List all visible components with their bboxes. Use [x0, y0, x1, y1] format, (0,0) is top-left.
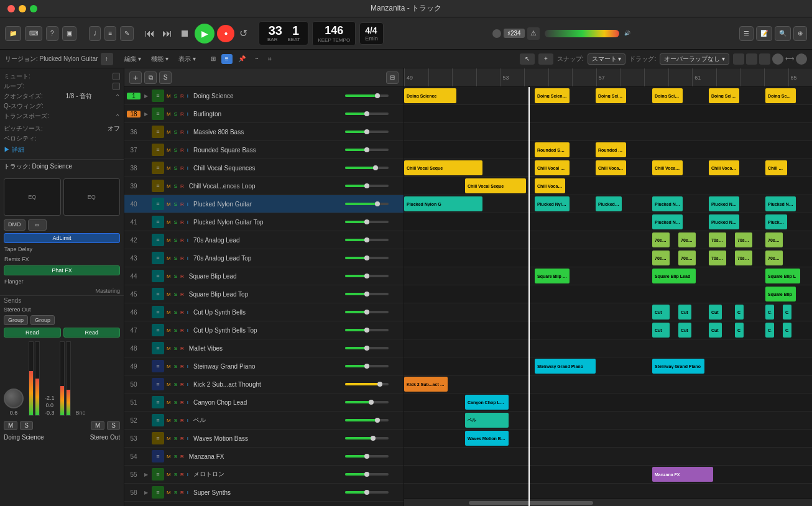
- arrangement-clip[interactable]: Chill Vocal Seque: [535, 178, 565, 193]
- track-r-button[interactable]: R: [179, 489, 185, 496]
- time-signature[interactable]: 4/4 Emin: [359, 22, 384, 45]
- group-btn-right[interactable]: Group: [30, 315, 55, 325]
- arrangement-clip[interactable]: Square Blip L: [765, 269, 800, 283]
- track-s-button[interactable]: S: [173, 255, 178, 262]
- track-expand-btn[interactable]: ▶: [142, 111, 150, 117]
- track-i-button[interactable]: I: [186, 489, 190, 496]
- track-volume-slider[interactable]: [345, 113, 401, 115]
- automation-btn[interactable]: ⌗: [264, 54, 275, 64]
- track-m-button[interactable]: M: [165, 291, 172, 298]
- track-r-button[interactable]: R: [179, 345, 185, 352]
- track-volume-slider[interactable]: [345, 437, 401, 439]
- scroll-thumb[interactable]: [469, 501, 593, 505]
- track-row[interactable]: 53≡MSRIWaves Motion Bass: [124, 430, 404, 448]
- track-s-button[interactable]: S: [173, 471, 178, 478]
- track-m-button[interactable]: M: [165, 237, 172, 244]
- track-volume-slider[interactable]: [345, 365, 401, 367]
- zoom-fit-btn[interactable]: [733, 53, 744, 65]
- track-s-button[interactable]: S: [173, 111, 178, 117]
- arrangement-clip[interactable]: Kick 2 Sub...act Thought: [404, 377, 448, 392]
- eq-display-left[interactable]: EQ: [4, 178, 61, 216]
- track-i-button[interactable]: I: [186, 93, 190, 99]
- track-i-button[interactable]: I: [186, 237, 190, 244]
- track-m-button[interactable]: M: [165, 273, 172, 280]
- edit-menu[interactable]: 編集 ▾: [121, 53, 145, 65]
- track-row[interactable]: 44≡MSRSquare Blip Lead: [124, 267, 404, 285]
- rewind-btn[interactable]: ⏮: [142, 27, 157, 40]
- arrangement-clip[interactable]: 70s Ana: [735, 232, 752, 247]
- library-btn[interactable]: 📁: [5, 26, 21, 41]
- arrangement-clip[interactable]: Cut: [652, 305, 670, 320]
- arrangement-clip[interactable]: Cu: [783, 305, 791, 320]
- track-volume-slider[interactable]: [345, 203, 401, 205]
- position-display[interactable]: 33 1 BAR BEAT: [259, 21, 308, 45]
- arrangement-clip[interactable]: 70s Ana: [765, 251, 783, 265]
- track-r-button[interactable]: R: [179, 399, 185, 406]
- track-r-button[interactable]: R: [179, 165, 185, 172]
- zoom-out-btn[interactable]: [759, 53, 770, 65]
- arrangement-clip[interactable]: Doing Science: [535, 88, 570, 103]
- dmd-btn[interactable]: DMD: [4, 219, 25, 231]
- arrangement-clip[interactable]: Chill Vocal Seque: [535, 160, 570, 175]
- track-m-button[interactable]: M: [165, 399, 172, 406]
- remix-fx-label[interactable]: Remix FX: [4, 255, 120, 263]
- arrangement-clip[interactable]: 70s Ana: [652, 232, 670, 247]
- arrangement-clip[interactable]: 70s Ana: [678, 251, 696, 265]
- arrangement-clip[interactable]: Rounded Square: [535, 142, 570, 157]
- arrangement-clip[interactable]: Plucked Nylon Gu: [709, 214, 739, 229]
- s-btn-right[interactable]: S: [107, 421, 120, 430]
- list-view-btn[interactable]: ☰: [739, 26, 754, 41]
- infinity-btn[interactable]: ∞: [28, 219, 47, 231]
- track-m-button[interactable]: M: [165, 417, 172, 424]
- track-r-button[interactable]: R: [179, 183, 185, 190]
- track-volume-slider[interactable]: [345, 167, 401, 169]
- track-i-button[interactable]: I: [186, 381, 190, 388]
- editors-btn[interactable]: ▣: [62, 26, 76, 41]
- track-m-button[interactable]: M: [165, 471, 172, 478]
- stop-btn[interactable]: ⏹: [177, 27, 192, 40]
- track-m-button[interactable]: M: [165, 165, 172, 172]
- arrangement-clip[interactable]: Square Blip: [765, 287, 796, 301]
- arrangement-clip[interactable]: Doing Science: [652, 88, 683, 103]
- m-btn-right[interactable]: M: [91, 421, 104, 430]
- read-btn-left[interactable]: Read: [4, 328, 61, 338]
- arrangement-clip[interactable]: 70s Ana: [678, 232, 696, 247]
- track-s-button[interactable]: S: [173, 327, 178, 334]
- track-i-button[interactable]: I: [186, 111, 190, 117]
- track-m-button[interactable]: M: [165, 489, 172, 496]
- track-row[interactable]: 1▶≡MSRIDoing Science: [124, 87, 404, 105]
- view-menu[interactable]: 表示 ▾: [175, 53, 200, 65]
- track-m-button[interactable]: M: [165, 381, 172, 388]
- track-volume-slider[interactable]: [345, 275, 401, 277]
- arrangement-clip[interactable]: Square Blip Lead: [652, 269, 696, 283]
- track-row[interactable]: 48≡MSRMallet Vibes: [124, 339, 404, 357]
- arrangement-clip[interactable]: Cu: [735, 305, 744, 320]
- tape-delay-label[interactable]: Tape Delay: [4, 246, 120, 253]
- track-list-content[interactable]: 1▶≡MSRIDoing Science18▶≡MSRIBurlington36…: [124, 87, 404, 506]
- group-btn-left[interactable]: Group: [4, 315, 28, 325]
- track-s-button[interactable]: S: [173, 291, 178, 298]
- track-i-button[interactable]: I: [186, 471, 190, 478]
- track-volume-slider[interactable]: [345, 473, 401, 476]
- arrangement-clip[interactable]: Chill Vocal Seque: [404, 160, 482, 175]
- arrangement-clip[interactable]: Plucked Nylon Gu: [709, 196, 739, 211]
- track-r-button[interactable]: R: [179, 291, 185, 298]
- arrangement-clip[interactable]: Cut: [709, 305, 722, 320]
- drag-select[interactable]: オーバーラップなし ▾: [660, 53, 729, 65]
- track-volume-slider[interactable]: [345, 94, 401, 97]
- metronome-btn[interactable]: ♩: [89, 26, 101, 41]
- track-r-button[interactable]: R: [179, 453, 185, 460]
- arrangement-clip[interactable]: Plucked Nylo: [765, 214, 787, 229]
- arrangement-clip[interactable]: Cu: [783, 323, 791, 338]
- arrangement-clip[interactable]: Chill Vocal Seque: [465, 178, 526, 193]
- track-m-button[interactable]: M: [165, 309, 172, 316]
- track-volume-slider[interactable]: [345, 401, 401, 403]
- track-row[interactable]: 42≡MSRI70s Analog Lead: [124, 231, 404, 249]
- arrangement-clip[interactable]: 70s Ana: [652, 251, 670, 265]
- track-m-button[interactable]: M: [165, 129, 172, 136]
- track-volume-slider[interactable]: [345, 131, 401, 133]
- fast-forward-btn[interactable]: ⏭: [160, 27, 175, 40]
- eq-display-right[interactable]: EQ: [63, 178, 121, 216]
- track-row[interactable]: 55▶≡MSRIメロトロン: [124, 466, 404, 484]
- track-r-button[interactable]: R: [179, 237, 185, 244]
